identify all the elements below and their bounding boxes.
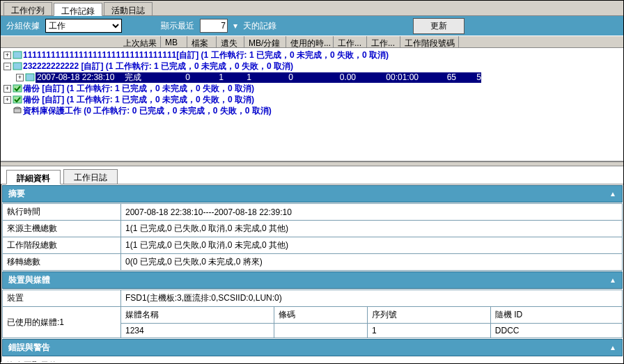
col-job2[interactable]: 工作... <box>367 36 400 47</box>
summary-table: 執行時間2007-08-18 22:38:10----2007-08-18 22… <box>2 203 623 271</box>
days-suffix-label: 天的記錄 <box>243 20 276 32</box>
job-tree: + 111111111111111111111111111111111[自訂] … <box>1 48 623 161</box>
tree-row[interactable]: + 備份 [自訂] (1 工作執行: 1 已完成，0 未完成，0 失敗，0 取消… <box>3 83 621 94</box>
column-header-row: 上次結果 MB 檔案 遺失 MB/分鐘 使用的時... 工作... 工作... … <box>1 35 623 48</box>
tab-joblog[interactable]: 工作日誌 <box>63 169 118 184</box>
lower-tab-bar: 詳細資料 工作日誌 <box>1 166 623 184</box>
tab-queue[interactable]: 工作佇列 <box>3 2 52 15</box>
tree-row[interactable]: + 備份 [自訂] (1 工作執行: 1 已完成，0 未完成，0 失敗，0 取消… <box>3 94 621 105</box>
tree-row[interactable]: − 232222222222 [自訂] (1 工作執行: 1 已完成，0 未完成… <box>3 61 621 72</box>
section-errors[interactable]: 錯誤與警告▲ <box>2 339 623 356</box>
days-input[interactable] <box>200 19 228 33</box>
group-by-select[interactable]: 工作 <box>45 19 122 33</box>
days-suffix-icon: ▾ <box>233 21 237 31</box>
tree-row-selected[interactable]: + 2007-08-18 22:38:10 完成 0 1 1 0 0.00 00… <box>3 72 621 83</box>
col-job1[interactable]: 工作... <box>334 36 367 47</box>
no-items-text: 沒有要顯示的項目! <box>1 357 623 362</box>
tab-detail[interactable]: 詳細資料 <box>6 170 61 184</box>
refresh-button[interactable]: 更新 <box>413 18 465 34</box>
tree-label: 232222222222 [自訂] (1 工作執行: 1 已完成，0 未完成，0… <box>23 61 293 72</box>
tree-label: 備份 [自訂] (1 工作執行: 1 已完成，0 未完成，0 失敗，0 取消) <box>23 94 254 106</box>
device-table: 裝置FSD1(主機板:3,匯流排:0,SCSIID:0,LUN:0) 已使用的媒… <box>2 290 623 338</box>
col-files[interactable]: 檔案 <box>187 36 217 47</box>
col-mbmin[interactable]: MB/分鐘 <box>244 36 286 47</box>
sel-status: 完成 <box>122 72 147 84</box>
job-icon <box>13 62 22 70</box>
col-missed[interactable]: 遺失 <box>217 36 244 47</box>
svg-rect-6 <box>14 109 21 113</box>
tree-row[interactable]: 資料庫保護工作 (0 工作執行: 0 已完成，0 未完成，0 失敗，0 取消) <box>3 105 621 116</box>
expand-icon[interactable]: + <box>3 52 11 59</box>
col-mb[interactable]: MB <box>161 36 187 47</box>
job-icon <box>25 73 35 81</box>
tab-log[interactable]: 工作記錄 <box>54 3 102 16</box>
chevron-up-icon: ▲ <box>609 276 616 284</box>
sel-timestamp: 2007-08-18 22:38:10 <box>37 72 122 82</box>
col-time[interactable]: 使用的時... <box>286 36 334 47</box>
col-last-result[interactable]: 上次結果 <box>119 36 161 47</box>
svg-rect-2 <box>26 74 34 81</box>
job-ok-icon <box>13 84 22 93</box>
show-recent-label: 顯示最近 <box>161 20 194 32</box>
tab-activity[interactable]: 活動日誌 <box>104 2 153 15</box>
top-tab-bar: 工作佇列 工作記錄 活動日誌 <box>1 1 623 16</box>
expand-icon[interactable]: + <box>3 96 11 104</box>
expand-icon[interactable]: + <box>16 74 24 81</box>
tree-row[interactable]: + 111111111111111111111111111111111[自訂] … <box>3 49 621 61</box>
tree-label: 資料庫保護工作 (0 工作執行: 0 已完成，0 未完成，0 失敗，0 取消) <box>23 105 272 117</box>
collapse-icon[interactable]: − <box>3 63 11 70</box>
section-summary[interactable]: 摘要▲ <box>2 185 623 203</box>
chevron-up-icon: ▲ <box>609 190 616 198</box>
job-ok-icon <box>13 95 22 104</box>
detail-panel: 摘要▲ 執行時間2007-08-18 22:38:10----2007-08-1… <box>1 184 623 362</box>
job-icon <box>13 51 22 59</box>
col-session[interactable]: 工作階段號碼 <box>400 36 459 47</box>
svg-rect-0 <box>13 52 22 58</box>
splitter[interactable] <box>1 161 623 166</box>
filter-bar: 分組依據 工作 顯示最近 ▾ 天的記錄 更新 <box>1 16 623 35</box>
expand-icon[interactable]: + <box>3 85 11 93</box>
tree-label: 111111111111111111111111111111111[自訂] (1… <box>23 49 389 61</box>
tree-label: 備份 [自訂] (1 工作執行: 1 已完成，0 未完成，0 失敗，0 取消) <box>23 83 254 95</box>
section-device[interactable]: 裝置與媒體▲ <box>2 271 623 289</box>
chevron-up-icon: ▲ <box>609 344 616 351</box>
svg-rect-4 <box>13 96 22 103</box>
svg-rect-3 <box>13 85 22 92</box>
svg-rect-1 <box>13 63 22 70</box>
db-icon <box>13 106 22 115</box>
group-by-label: 分組依據 <box>6 20 40 32</box>
